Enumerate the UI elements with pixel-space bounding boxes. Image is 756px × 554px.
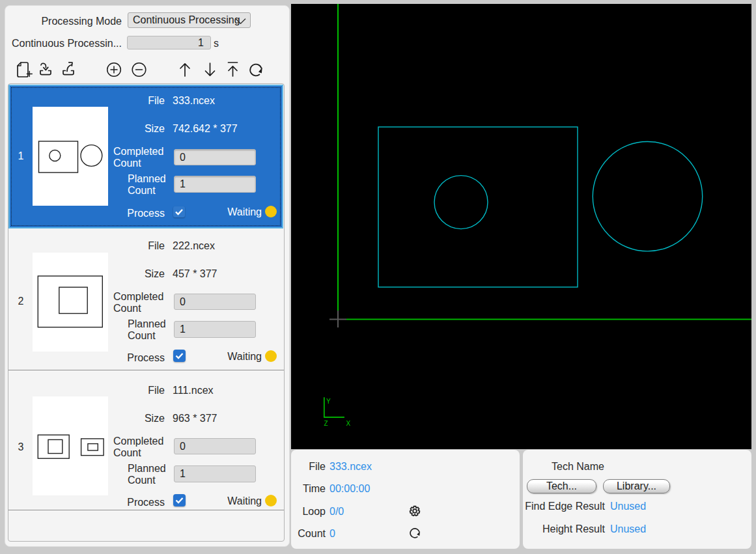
svg-text:X: X	[346, 420, 351, 427]
svg-text:Y: Y	[326, 398, 331, 405]
svg-text:Z: Z	[324, 420, 328, 427]
